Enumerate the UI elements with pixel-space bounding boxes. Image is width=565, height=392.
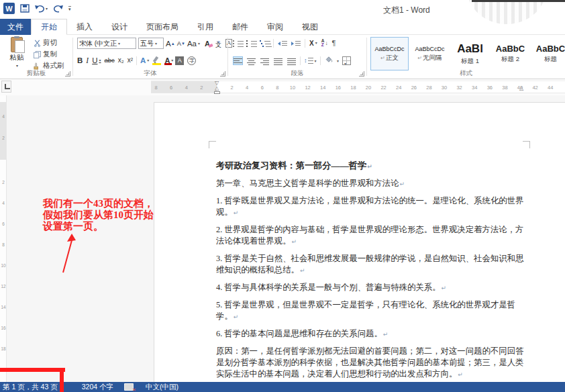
character-shading-button[interactable]: A	[175, 56, 184, 65]
paragraph-separator	[320, 56, 321, 65]
show-marks-button[interactable]: ¶	[331, 39, 336, 47]
decrease-indent-button[interactable]	[278, 40, 287, 47]
paragraph[interactable]: 4. 哲学与具体科学的关系是一般与个别、普遍与特殊的关系。↵	[216, 282, 525, 294]
tab-插入[interactable]: 插入	[67, 19, 102, 35]
font-size-combo[interactable]: 五号	[138, 38, 164, 49]
tab-邮件[interactable]: 邮件	[223, 19, 258, 35]
clipboard-dialog-launcher-icon[interactable]	[65, 71, 70, 77]
document-area[interactable]: 422468101214161820 考研政治复习资料：第一部分——哲学↵第一章…	[0, 95, 565, 382]
italic-button[interactable]: I	[86, 56, 89, 65]
superscript-button[interactable]: x²	[127, 56, 133, 65]
style-item-标题 1[interactable]: AaBl标题 1	[451, 37, 489, 70]
ruler-number: 34	[470, 85, 478, 91]
annotation-line: 我们有一个43页的文档，	[43, 198, 154, 209]
save-button[interactable]	[20, 4, 30, 13]
font-name-combo[interactable]: 宋体 (中文正	[77, 38, 136, 49]
shrink-font-button[interactable]: A▼	[177, 39, 185, 48]
vertical-ruler[interactable]: 422468101214161820	[0, 95, 7, 382]
copy-button[interactable]: 复制	[34, 50, 64, 59]
style-preview: AaBl	[457, 42, 483, 56]
tab-开始[interactable]: 开始	[31, 19, 67, 35]
enclose-characters-button[interactable]: 字	[187, 56, 196, 65]
paragraph[interactable]: 1. 哲学既是世界观又是方法论，是世界观和方法论的统一。是理论化、系统化的世界观…	[216, 195, 525, 219]
cut-button[interactable]: 剪切	[34, 38, 64, 48]
paragraph-mark-icon: ↵	[300, 267, 305, 274]
ruler-number: 42	[531, 85, 540, 91]
style-item-无间隔[interactable]: AaBbCcDc↵无间隔	[411, 37, 449, 70]
grow-font-button[interactable]: A▲	[166, 39, 175, 48]
page-number-status[interactable]: 第 1 页，共 43 页	[3, 383, 58, 392]
v-ruler-number: 12	[0, 284, 7, 289]
paragraph[interactable]: 原因：第一，是任何哲学派别都无法回避的首要问题；第二，对这一问题的不同回答是划分…	[216, 346, 525, 381]
distribute-button[interactable]	[287, 56, 297, 65]
strikethrough-button[interactable]: abc	[104, 56, 114, 65]
tab-stop-selector[interactable]	[1, 81, 11, 93]
numbering-button[interactable]	[246, 40, 256, 47]
word-count-status[interactable]: 3204 个字	[82, 383, 113, 392]
paragraph[interactable]: 2. 世界观是哲学的内容与基础，哲学是世界观的理论形态。世界观决定着方法论，方法…	[216, 224, 525, 248]
document-text[interactable]: 考研政治复习资料：第一部分——哲学↵第一章、马克思主义哲学是科学的世界观和方法论…	[216, 160, 525, 382]
multilevel-list-button[interactable]	[260, 40, 269, 47]
subscript-button[interactable]: x₂	[118, 56, 124, 65]
ruler-number: 30	[440, 85, 448, 91]
clear-formatting-button[interactable]: A	[205, 40, 210, 48]
underline-glyph: U	[92, 56, 97, 65]
change-case-button[interactable]: Aa	[187, 39, 200, 48]
customize-qat-button[interactable]: ▾	[68, 6, 71, 11]
left-indent-marker[interactable]	[214, 91, 220, 94]
justify-button[interactable]	[273, 56, 283, 65]
paragraph[interactable]: 5. 哲学是世界观，但是世界观不一定是哲学，只有理论化、系统化的世界观才是哲学。…	[216, 299, 525, 323]
paragraph[interactable]: 第一章、马克思主义哲学是科学的世界观和方法论↵	[216, 178, 525, 190]
undo-dropdown-caret-icon[interactable]: ▾	[46, 6, 48, 11]
borders-button[interactable]	[342, 56, 351, 65]
asian-layout-button[interactable]: X	[309, 40, 317, 47]
clipboard-small-buttons: 剪切 复制 格式刷	[34, 38, 64, 70]
paragraph[interactable]: 6. 哲学的基本问题是思维和存在的关系问题。↵	[216, 328, 525, 340]
line-spacing-button[interactable]: ↕	[304, 57, 317, 64]
bullets-button[interactable]	[233, 40, 242, 47]
phonetic-guide-button[interactable]: w文	[215, 40, 221, 47]
tab-审阅[interactable]: 审阅	[258, 19, 293, 35]
style-item-标题 2[interactable]: AaBbC标题 2	[491, 37, 529, 70]
annotation-highlight-box-right	[60, 368, 64, 392]
tab-list: 开始插入设计页面布局引用邮件审阅视图	[31, 19, 327, 35]
language-status[interactable]: 中文(中国)	[146, 383, 178, 392]
paragraph-mark-icon: ↵	[367, 163, 372, 170]
v-ruler-number: 6	[0, 222, 7, 226]
clipboard-group-label: 剪贴板	[0, 69, 72, 78]
hanging-indent-marker[interactable]: △	[215, 86, 219, 91]
redo-button[interactable]	[53, 5, 63, 13]
style-item-标题[interactable]: AaBbC标题	[531, 37, 565, 70]
increase-indent-button[interactable]	[291, 40, 301, 47]
font-color-button[interactable]: A	[164, 56, 172, 65]
sort-button[interactable]: AZ ↓	[321, 39, 328, 47]
underline-button[interactable]: U	[92, 56, 101, 65]
align-right-button[interactable]	[260, 56, 270, 65]
shading-button[interactable]	[324, 54, 339, 66]
bold-button[interactable]: B	[77, 56, 83, 65]
word-logo-icon[interactable]: W	[3, 3, 15, 14]
paste-button[interactable]: 粘贴 ▾	[3, 37, 31, 72]
paragraph[interactable]: 考研政治复习资料：第一部分——哲学↵	[216, 160, 525, 173]
align-center-button[interactable]	[246, 56, 256, 65]
tab-页面布局[interactable]: 页面布局	[137, 19, 188, 35]
shrink-caret-icon: ▼	[181, 39, 185, 48]
paragraph[interactable]: 3. 哲学是关于自然、社会和思维发展最一般规律的学说，是自然知识、社会知识和思维…	[216, 253, 525, 277]
style-item-正文[interactable]: AaBbCcDc↵正文	[370, 37, 409, 70]
paragraph-dialog-launcher-icon[interactable]	[359, 71, 364, 77]
align-left-button[interactable]	[233, 56, 243, 65]
highlight-color-button[interactable]	[152, 56, 161, 65]
font-separator	[136, 56, 137, 65]
tab-file[interactable]: 文件	[0, 19, 31, 35]
font-dialog-launcher-icon[interactable]	[220, 71, 225, 77]
tab-视图[interactable]: 视图	[293, 19, 327, 35]
tab-引用[interactable]: 引用	[188, 19, 223, 35]
undo-icon	[35, 5, 45, 13]
tab-设计[interactable]: 设计	[102, 19, 137, 35]
group-font: 宋体 (中文正 五号 A▲ A▼ Aa A w文 A B I U abc x₂ …	[73, 35, 227, 79]
horizontal-ruler[interactable]: ▽ △ △ 8642246810121416182022242628303234…	[151, 81, 565, 93]
text-effects-glyph: A	[140, 56, 146, 65]
proofing-status-icon[interactable]	[124, 383, 134, 391]
undo-button[interactable]: ▾	[35, 5, 48, 13]
text-effects-button[interactable]: A	[140, 56, 149, 65]
